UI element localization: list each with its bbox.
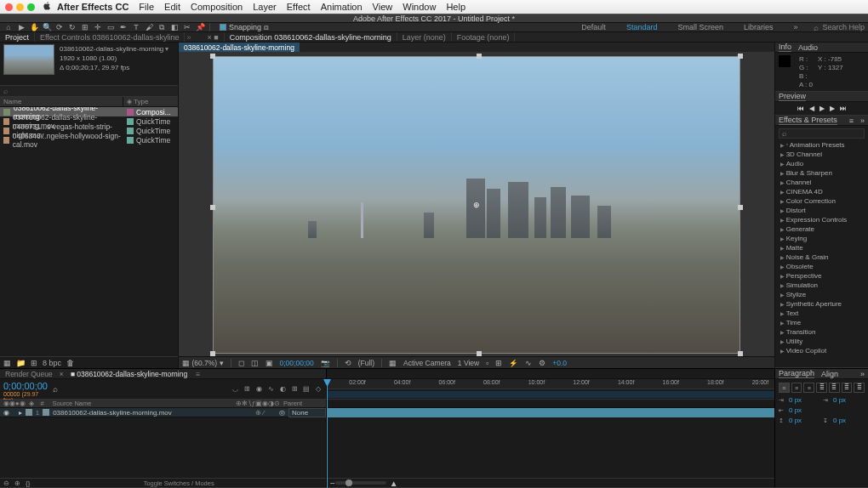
justify-all-icon[interactable]: ≣	[854, 383, 865, 393]
timecode-display[interactable]: 0;00;00;00 00000 (29.97 fps)	[0, 379, 49, 399]
timeline-ruler[interactable]: 02:00f04:00f06:00f08:00f10:00f12:00f14:0…	[327, 379, 774, 389]
current-time[interactable]: 0;00;00;00	[280, 359, 314, 367]
close-icon[interactable]	[5, 3, 13, 11]
text-tool-icon[interactable]: T	[131, 23, 141, 31]
menu-composition[interactable]: Composition	[191, 2, 243, 12]
panel-overflow-icon[interactable]: »	[860, 116, 865, 125]
res-half-icon[interactable]: ◫	[251, 359, 259, 367]
handle-icon[interactable]	[477, 351, 482, 356]
selection-tool-icon[interactable]: ▶	[16, 23, 26, 31]
project-thumbnail[interactable]	[3, 44, 54, 75]
view-opt-icon[interactable]: ▫	[486, 359, 488, 367]
motion-blur-icon[interactable]: ◐	[278, 385, 287, 394]
effects-tab[interactable]: Effects & Presets	[779, 116, 837, 125]
tab-composition[interactable]: Composition 038610062-dallas-skyline-mor…	[225, 32, 397, 42]
preview-tab[interactable]: Preview	[779, 92, 806, 101]
menu-help[interactable]: Help	[446, 2, 465, 12]
source-name-col[interactable]: Source Name	[53, 400, 232, 407]
effects-category[interactable]: Text	[779, 309, 865, 318]
effects-category[interactable]: Matte	[779, 243, 865, 253]
exposure-value[interactable]: +0.0	[552, 359, 567, 367]
effects-category[interactable]: 3D Channel	[779, 150, 865, 159]
effects-category[interactable]: Obsolete	[779, 262, 865, 271]
toggle-switches-modes[interactable]: Toggle Switches / Modes	[144, 479, 214, 487]
tab-render-queue[interactable]: Render Queue	[0, 370, 58, 378]
menu-edit[interactable]: Edit	[164, 2, 180, 12]
label-col-icon[interactable]: ◈	[29, 400, 37, 407]
fast-preview-icon[interactable]: ∿	[525, 359, 532, 367]
label-swatch[interactable]	[127, 109, 134, 116]
effects-search[interactable]: ⌕	[779, 128, 865, 139]
interpret-footage-icon[interactable]: ▦	[3, 359, 11, 367]
project-search[interactable]: ⌕	[0, 85, 178, 97]
last-frame-icon[interactable]: ⏭	[840, 105, 847, 112]
puppet-tool-icon[interactable]: 📌	[195, 23, 205, 31]
minimize-icon[interactable]	[16, 3, 24, 11]
layer-label-swatch[interactable]	[26, 409, 32, 416]
effects-category[interactable]: Generate	[779, 224, 865, 234]
info-tab[interactable]: Info	[779, 43, 791, 52]
first-frame-icon[interactable]: ⏮	[797, 105, 804, 112]
comp-breadcrumb[interactable]: 038610062-dallas-skyline-morning	[179, 43, 300, 52]
effects-category[interactable]: Expression Controls	[779, 215, 865, 224]
av-col-icon[interactable]: ◉◉●◉	[3, 400, 26, 407]
zoom-out-icon[interactable]: −	[330, 479, 335, 488]
comp-viewer[interactable]: ⊕	[179, 53, 774, 356]
layer-parent-dropdown[interactable]: None	[288, 408, 326, 417]
snapping-toggle[interactable]: Snapping ⧈	[220, 23, 269, 32]
panel-tabs-overflow-icon[interactable]: »	[185, 33, 192, 42]
prev-frame-icon[interactable]: ◀	[809, 105, 814, 112]
layer-parent-pickwhip-icon[interactable]: ◎	[279, 409, 285, 417]
shy-icon[interactable]: ◡	[231, 385, 239, 394]
handle-icon[interactable]	[210, 54, 215, 59]
effects-category[interactable]: Time	[779, 318, 865, 327]
tab-project[interactable]: Project	[0, 32, 35, 42]
anchor-tool-icon[interactable]: ✛	[93, 23, 103, 31]
quality-icon[interactable]: ⚡	[509, 359, 518, 367]
col-name[interactable]: Name	[0, 97, 123, 106]
view-opt2-icon[interactable]: ⊞	[495, 359, 502, 367]
dropdown-arrow-icon[interactable]: ▾	[165, 44, 168, 54]
tab-effect-controls[interactable]: Effect Controls 038610062-dallas-skyline	[35, 32, 185, 42]
effects-category[interactable]: Utility	[779, 337, 865, 346]
timeline-ruler-area[interactable]: 02:00f04:00f06:00f08:00f10:00f12:00f14:0…	[327, 379, 774, 400]
pen-tool-icon[interactable]: ✒	[118, 23, 128, 31]
layer-clip[interactable]	[327, 408, 774, 417]
menu-animation[interactable]: Animation	[321, 2, 363, 12]
align-left-icon[interactable]: ≡	[779, 383, 790, 393]
menu-effect[interactable]: Effect	[287, 2, 311, 12]
layer-name[interactable]: 038610062-dallas-skyline-morning.mov	[53, 409, 252, 417]
layer-twirl-icon[interactable]: ▸	[19, 409, 22, 417]
zoom-in-icon[interactable]: ▲	[390, 479, 398, 488]
brush-tool-icon[interactable]: 🖌	[144, 23, 154, 31]
window-controls[interactable]	[5, 3, 35, 11]
panel-menu-icon[interactable]: ≡	[849, 116, 854, 125]
label-swatch[interactable]	[127, 137, 134, 144]
indent-left-value[interactable]: 0 px	[789, 396, 802, 404]
comp-canvas[interactable]: ⊕	[213, 56, 740, 354]
camera-dropdown[interactable]: Active Camera	[403, 359, 451, 367]
frame-blend-icon[interactable]: ∿	[266, 385, 275, 394]
next-frame-icon[interactable]: ▶	[830, 105, 835, 112]
home-tool-icon[interactable]: ⌂	[3, 23, 14, 31]
comp-flowchart-icon[interactable]: ⊞	[243, 385, 251, 394]
draft3d-icon[interactable]: ◉	[254, 385, 263, 394]
justify-last-right-icon[interactable]: ≣	[842, 383, 853, 393]
effects-category[interactable]: Transition	[779, 327, 865, 337]
col-type[interactable]: ◈Type	[123, 97, 178, 106]
project-row[interactable]: 0406846...ngeles-hollywood-sign-cal.mov …	[0, 135, 178, 145]
zoom-dropdown[interactable]: ▦ (60.7%) ▾	[182, 359, 224, 367]
clone-tool-icon[interactable]: ⧉	[157, 23, 167, 31]
effects-category[interactable]: Perspective	[779, 271, 865, 281]
gear-icon[interactable]: ⚙	[539, 359, 545, 367]
rotate-tool-icon[interactable]: ↻	[67, 23, 77, 31]
snapping-magnet-icon[interactable]: ⧈	[264, 23, 269, 32]
handle-icon[interactable]	[738, 351, 743, 356]
effects-category[interactable]: Distort	[779, 206, 865, 215]
timeline-track[interactable]	[327, 408, 774, 417]
label-swatch[interactable]	[127, 118, 134, 125]
workspace-standard[interactable]: Standard	[621, 23, 663, 31]
handle-icon[interactable]	[738, 54, 743, 59]
views-dropdown[interactable]: 1 View	[458, 359, 479, 367]
brainstorm-icon[interactable]: ▤	[302, 385, 311, 394]
